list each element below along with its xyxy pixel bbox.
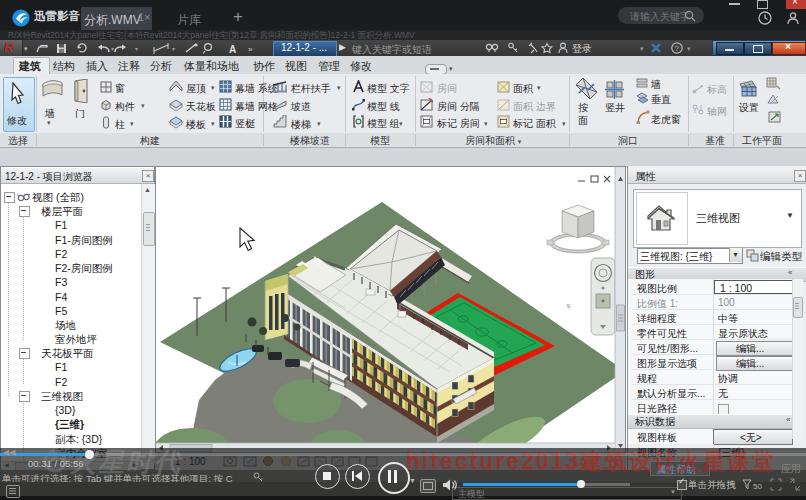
svg-text:▾: ▾	[687, 45, 691, 52]
svg-text:?: ?	[675, 44, 680, 53]
svg-text:▾: ▾	[135, 46, 138, 52]
svg-text:A: A	[229, 44, 236, 55]
svg-text:东: 东	[566, 303, 571, 310]
svg-text:▾: ▾	[640, 45, 644, 52]
svg-text:▾: ▾	[111, 46, 114, 52]
svg-text:登录: 登录	[572, 43, 592, 54]
svg-text:»: »	[248, 45, 253, 54]
svg-text:▾: ▾	[172, 46, 175, 52]
